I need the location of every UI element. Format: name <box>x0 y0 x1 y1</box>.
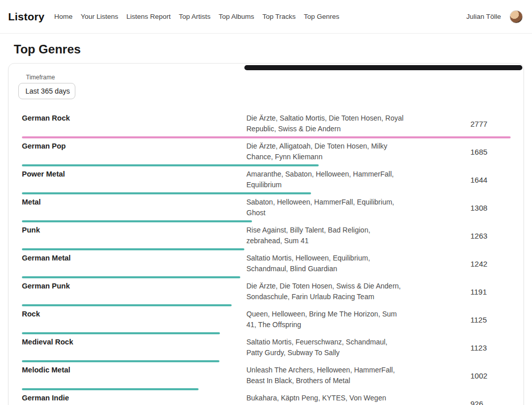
genre-name: Medieval Rock <box>22 337 246 348</box>
genre-count: 1308 <box>470 202 511 213</box>
genre-name: Punk <box>22 225 246 236</box>
nav-item[interactable]: Your Listens <box>80 13 118 20</box>
nav-item[interactable]: Top Artists <box>179 13 210 20</box>
genre-count: 1242 <box>470 258 511 269</box>
genre-count: 1123 <box>470 342 511 353</box>
genre-row: Power Metal Amaranthe, Sabaton, Hellowee… <box>22 166 511 194</box>
genre-count: 1191 <box>470 286 511 297</box>
genre-name: German Rock <box>22 113 246 124</box>
nav-item[interactable]: Listens Report <box>126 13 171 20</box>
nav-item[interactable]: Top Albums <box>219 13 255 20</box>
genre-name: Metal <box>22 197 246 208</box>
horizontal-scrollbar-thumb[interactable] <box>244 65 522 70</box>
genre-artists: Saltatio Mortis, Feuerschwanz, Schandmau… <box>246 337 404 358</box>
user-name: Julian Tölle <box>466 13 501 20</box>
genre-artists: Saltatio Mortis, Helloween, Equilibrium,… <box>246 253 404 274</box>
genre-count: 926 <box>470 398 511 405</box>
avatar[interactable] <box>510 10 523 23</box>
timeframe-value: Last 365 days <box>25 87 70 95</box>
genre-count: 1685 <box>470 147 511 157</box>
genre-artists: Queen, Helloween, Bring Me The Horizon, … <box>246 309 404 330</box>
genre-count: 1263 <box>470 230 511 241</box>
genre-row: Medieval Rock Saltatio Mortis, Feuerschw… <box>22 334 511 362</box>
genre-artists: Die Ärzte, Die Toten Hosen, Swiss & Die … <box>246 281 404 302</box>
genre-count: 1002 <box>470 370 511 381</box>
genre-row: German Punk Die Ärzte, Die Toten Hosen, … <box>22 278 511 306</box>
genre-count: 1125 <box>470 314 511 325</box>
genre-artists: Unleash The Archers, Helloween, HammerFa… <box>246 365 404 386</box>
genre-row: German Rock Die Ärzte, Saltatio Mortis, … <box>22 110 511 138</box>
top-nav: Listory Home Your Listens Listens Report… <box>0 0 532 34</box>
genre-table: German Rock Die Ärzte, Saltatio Mortis, … <box>22 110 511 405</box>
genre-row: Metal Sabaton, Helloween, HammerFall, Eq… <box>22 194 511 222</box>
genre-count: 1644 <box>470 175 511 185</box>
genre-row: German Metal Saltatio Mortis, Helloween,… <box>22 250 511 278</box>
genre-artists: Amaranthe, Sabaton, Helloween, HammerFal… <box>246 169 404 190</box>
user-menu[interactable]: Julian Tölle <box>466 10 523 23</box>
genre-name: German Pop <box>22 141 246 152</box>
genre-row: Melodic Metal Unleash The Archers, Hello… <box>22 362 511 390</box>
timeframe-control: Timeframe Last 365 days <box>18 74 511 99</box>
genre-name: Power Metal <box>22 169 246 180</box>
genre-name: Melodic Metal <box>22 365 246 375</box>
genre-artists: Sabaton, Helloween, HammerFall, Equilibr… <box>246 197 404 218</box>
genre-count: 2777 <box>470 119 511 129</box>
genre-artists: Bukahara, Käptn Peng, KYTES, Von Wegen L… <box>246 393 404 405</box>
timeframe-select[interactable]: Last 365 days <box>18 83 75 99</box>
genres-card: Timeframe Last 365 days German Rock Die … <box>8 63 524 405</box>
genre-artists: Rise Against, Billy Talent, Bad Religion… <box>246 225 404 246</box>
genre-name: German Punk <box>22 281 246 292</box>
nav-item[interactable]: Home <box>54 13 72 20</box>
nav-item[interactable]: Top Genres <box>304 13 340 20</box>
genre-row: German Indie Bukahara, Käptn Peng, KYTES… <box>22 390 511 405</box>
genre-name: German Metal <box>22 253 246 264</box>
genre-row: German Pop Die Ärzte, Alligatoah, Die To… <box>22 138 511 166</box>
brand-logo[interactable]: Listory <box>8 11 44 23</box>
page-title: Top Genres <box>14 42 532 56</box>
genre-row: Punk Rise Against, Billy Talent, Bad Rel… <box>22 222 511 250</box>
nav-item[interactable]: Top Tracks <box>262 13 295 20</box>
genre-name: Rock <box>22 309 246 320</box>
genre-artists: Die Ärzte, Saltatio Mortis, Die Toten Ho… <box>246 113 404 134</box>
nav-items: Home Your Listens Listens Report Top Art… <box>54 13 347 20</box>
timeframe-label: Timeframe <box>26 74 511 81</box>
genre-name: German Indie <box>22 393 246 403</box>
genre-artists: Die Ärzte, Alligatoah, Die Toten Hosen, … <box>246 141 404 162</box>
genre-row: Rock Queen, Helloween, Bring Me The Hori… <box>22 306 511 334</box>
